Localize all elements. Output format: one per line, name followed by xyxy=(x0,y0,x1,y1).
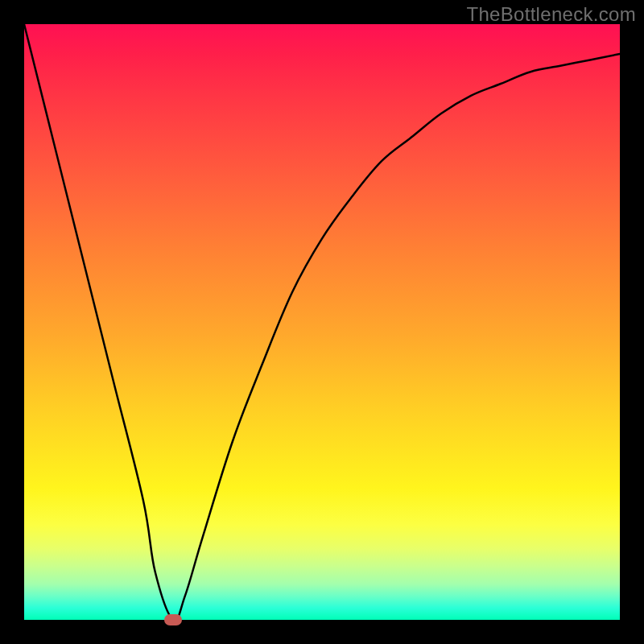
bottleneck-curve xyxy=(24,24,620,620)
minimum-marker xyxy=(164,614,182,625)
chart-frame: TheBottleneck.com xyxy=(0,0,644,644)
plot-area xyxy=(24,24,620,620)
watermark-text: TheBottleneck.com xyxy=(466,3,636,26)
